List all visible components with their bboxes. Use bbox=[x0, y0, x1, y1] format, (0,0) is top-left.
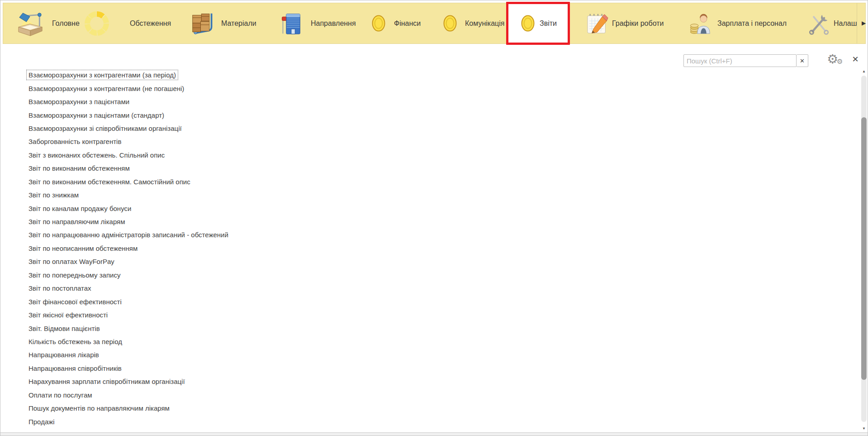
notepad-pencil-icon bbox=[586, 12, 607, 35]
menu-item-label: Фінанси bbox=[394, 19, 421, 28]
search-clear-button[interactable]: ✕ bbox=[797, 54, 808, 67]
report-link-label: Взаєморозрахунки з пацієнтами bbox=[26, 96, 132, 107]
menu-overflow-divider bbox=[857, 3, 857, 43]
report-link-label: Звіт по каналам продажу бонуси bbox=[26, 203, 133, 214]
tools-icon bbox=[809, 12, 829, 35]
coin-icon bbox=[372, 15, 385, 32]
search-box: ✕ bbox=[683, 54, 808, 67]
application-window: ГоловнеОбстеженняМатеріалиНаправленняФін… bbox=[0, 0, 868, 436]
report-link-label: Кількість обстежень за період bbox=[26, 336, 124, 347]
report-link-row[interactable]: Продажі bbox=[20, 415, 813, 428]
report-link-label: Звіт по неописанним обстеженням bbox=[26, 243, 140, 254]
report-link-row[interactable]: Звіт по виконаним обстеженням. Самостійн… bbox=[20, 175, 813, 188]
vertical-scrollbar[interactable] bbox=[861, 76, 867, 422]
report-link-label: Пошук документів по направляючим лікарям bbox=[26, 403, 172, 413]
scroll-down-icon[interactable]: ▼ bbox=[861, 426, 867, 431]
report-link-row[interactable]: Звіт по знижкам bbox=[20, 188, 813, 201]
report-link-label: Продажі bbox=[26, 417, 57, 427]
report-link-label: Взаєморозрахунки зі співробітниками орга… bbox=[26, 123, 184, 134]
report-link-label: Звіт по напрацюванню адміністраторів зап… bbox=[26, 230, 231, 240]
close-panel-button[interactable]: ✕ bbox=[850, 54, 861, 65]
menu-item-zvity[interactable]: Звіти bbox=[521, 3, 557, 43]
report-link-label: Звіт по знижкам bbox=[26, 190, 81, 200]
report-link-row[interactable]: Звіт по попередньому запису bbox=[20, 268, 813, 282]
menu-item-label: Матеріали bbox=[221, 19, 256, 28]
report-link-row[interactable]: Взаєморозрахунки з контрагентами (не пог… bbox=[20, 81, 813, 95]
report-link-row[interactable]: Взаєморозрахунки зі співробітниками орга… bbox=[20, 122, 813, 135]
gear-small-icon: ⚙ bbox=[837, 58, 843, 65]
report-link-label: Звіт по направляючим лікарям bbox=[26, 216, 128, 227]
report-link-row[interactable]: Напрацювання співробітників bbox=[20, 362, 813, 375]
report-link-label: Звіт по попередньому запису bbox=[26, 270, 123, 280]
report-link-label: Звіт по постоплатах bbox=[26, 283, 93, 293]
report-link-label: Заборгованність контрагентів bbox=[26, 136, 123, 147]
search-input[interactable] bbox=[683, 54, 797, 67]
scroll-up-icon[interactable]: ▲ bbox=[861, 69, 867, 74]
menu-item-holovne[interactable]: Головне bbox=[17, 3, 80, 43]
menu-item-zarplata-i-personal[interactable]: Зарплата і персонал bbox=[690, 3, 787, 43]
report-link-row[interactable]: Звіт по постоплатах bbox=[20, 282, 813, 295]
report-link-row[interactable]: Взаєморозрахунки з контрагентами (за пер… bbox=[20, 68, 813, 81]
menu-item-label: Графіки роботи bbox=[612, 19, 664, 28]
crates-icon bbox=[191, 12, 215, 35]
report-link-row[interactable]: Оплати по послугам bbox=[20, 388, 813, 402]
coin-icon bbox=[443, 15, 457, 32]
menu-overflow-arrow-icon[interactable]: ▶ bbox=[862, 20, 866, 26]
report-link-row[interactable]: Взаєморозрахунки з пацієнтами (стандарт) bbox=[20, 108, 813, 121]
report-link-label: Нарахування зарплати співробітникам орга… bbox=[26, 376, 187, 387]
menu-item-komunikatsiia[interactable]: Комунікація bbox=[443, 3, 504, 43]
report-link-row[interactable]: Звіт якісної ефективності bbox=[20, 308, 813, 321]
report-link-row[interactable]: Звіт по каналам продажу бонуси bbox=[20, 201, 813, 215]
report-link-label: Звіт по виконаним обстеженням. Самостійн… bbox=[26, 177, 193, 187]
report-link-row[interactable]: Пошук документів по направляючим лікарям bbox=[20, 402, 813, 415]
report-link-row[interactable]: Нарахування зарплати співробітникам орга… bbox=[20, 375, 813, 388]
settings-gear-icon[interactable]: ⚙ ⚙ bbox=[827, 53, 845, 68]
report-link-label: Взаєморозрахунки з контрагентами (не пог… bbox=[26, 83, 186, 94]
report-link-row[interactable]: Взаєморозрахунки з пацієнтами bbox=[20, 95, 813, 108]
report-link-label: Звіт. Відмови пацієнтів bbox=[26, 323, 102, 334]
menu-item-napravlennia[interactable]: Направлення bbox=[280, 3, 356, 43]
menu-item-hrafiky-roboty[interactable]: Графіки роботи bbox=[586, 3, 664, 43]
menu-item-label: Налаш bbox=[834, 19, 857, 28]
menu-item-label: Обстеження bbox=[130, 19, 171, 28]
report-link-label: Звіт якісної ефективності bbox=[26, 310, 110, 320]
report-link-row[interactable]: Заборгованність контрагентів bbox=[20, 135, 813, 148]
report-link-label: Взаєморозрахунки з контрагентами (за пер… bbox=[26, 70, 178, 80]
menu-item-label: Звіти bbox=[540, 19, 557, 28]
report-link-row[interactable]: Напрацювання лікарів bbox=[20, 348, 813, 361]
report-link-row[interactable]: Звіт по оплатах WayForPay bbox=[20, 255, 813, 268]
report-link-label: Взаєморозрахунки з пацієнтами (стандарт) bbox=[26, 110, 166, 120]
report-link-row[interactable]: Звіт фінансової ефективності bbox=[20, 295, 813, 308]
menu-item-label: Зарплата і персонал bbox=[717, 19, 787, 28]
report-link-label: Напрацювання співробітників bbox=[26, 363, 124, 374]
scrollbar-thumb[interactable] bbox=[861, 117, 867, 380]
report-link-label: Звіт фінансової ефективності bbox=[26, 297, 124, 307]
report-link-row[interactable]: Звіт по неописанним обстеженням bbox=[20, 242, 813, 255]
report-link-row[interactable]: Звіт по напрацюванню адміністраторів зап… bbox=[20, 228, 813, 241]
report-link-row[interactable]: Звіт по виконаним обстеженням bbox=[20, 162, 813, 175]
report-link-row[interactable]: Кількість обстежень за період bbox=[20, 335, 813, 348]
report-link-label: Напрацювання лікарів bbox=[26, 350, 101, 360]
building-flag-icon bbox=[280, 11, 302, 36]
report-link-label: Звіт з виконаних обстежень. Спільний опи… bbox=[26, 150, 167, 160]
report-link-label: Звіт по виконаним обстеженням bbox=[26, 163, 132, 173]
coin-icon bbox=[521, 15, 535, 32]
menu-item-finansy[interactable]: Фінанси bbox=[372, 3, 421, 43]
window-bottom-edge bbox=[0, 432, 868, 436]
person-coins-icon bbox=[690, 12, 711, 35]
report-link-row[interactable]: Звіт по направляючим лікарям bbox=[20, 215, 813, 228]
menu-item-label: Комунікація bbox=[465, 19, 504, 28]
menu-item-obstezhennia[interactable]: Обстеження bbox=[85, 3, 171, 43]
report-link-row[interactable]: Звіт. Відмови пацієнтів bbox=[20, 321, 813, 335]
report-list: Взаєморозрахунки з контрагентами (за пер… bbox=[20, 68, 813, 428]
report-link-row[interactable]: Звіт з виконаних обстежень. Спільний опи… bbox=[20, 149, 813, 162]
loading-ring-shape bbox=[85, 11, 109, 36]
main-menu-bar: ГоловнеОбстеженняМатеріалиНаправленняФін… bbox=[3, 3, 866, 44]
report-link-label: Оплати по послугам bbox=[26, 390, 95, 400]
menu-item-materialy[interactable]: Матеріали bbox=[191, 3, 256, 43]
report-link-label: Звіт по оплатах WayForPay bbox=[26, 256, 117, 267]
menu-item-label: Направлення bbox=[311, 19, 356, 28]
menu-item-nalashtuvannia[interactable]: Налаш bbox=[809, 3, 857, 43]
menu-item-label: Головне bbox=[52, 19, 80, 28]
desk-lamp-icon bbox=[17, 10, 45, 37]
